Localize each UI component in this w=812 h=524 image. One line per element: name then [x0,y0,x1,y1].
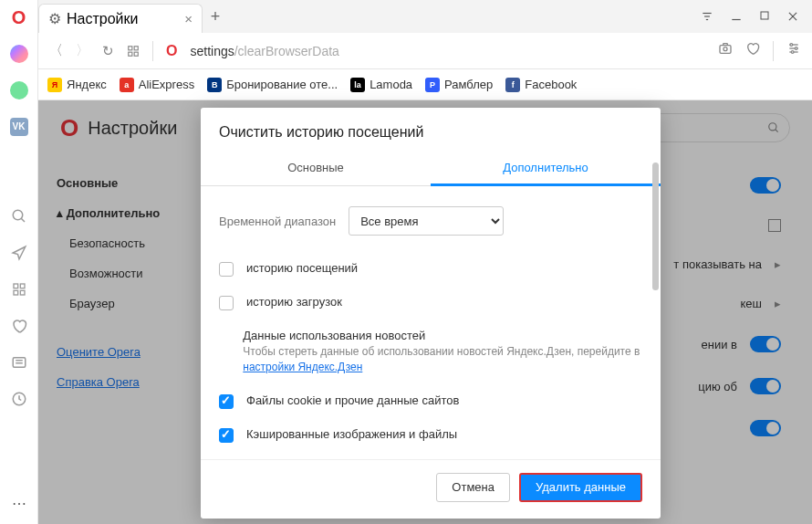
svg-line-1 [21,218,25,222]
rambler-icon: Р [425,78,440,92]
checkbox-cookies[interactable] [219,394,234,409]
heart-icon[interactable] [9,316,29,336]
tab-title: Настройки [67,11,138,27]
tab-advanced[interactable]: Дополнительно [431,152,661,186]
opera-url-icon: O [166,43,177,59]
lamoda-icon: la [350,78,365,92]
gear-icon: ⚙ [48,10,61,27]
dialog-title: Очистить историю посещений [201,108,661,152]
svg-rect-5 [20,290,25,295]
window-controls [701,10,812,23]
forward-icon[interactable]: 〉 [76,42,89,59]
label-news: Данные использования новостей [243,329,642,342]
bookmark-facebook[interactable]: fFacebook [505,78,577,92]
bookmark-yandex[interactable]: ЯЯндекс [47,78,107,92]
close-window-icon[interactable] [786,10,799,23]
dialog-body: Временной диапазон Все время историю пос… [201,186,661,459]
svg-rect-17 [129,46,132,49]
checkbox-downloads[interactable] [219,296,234,310]
label-cookies: Файлы cookie и прочие данные сайтов [246,393,459,407]
svg-point-28 [791,50,794,53]
svg-rect-3 [20,284,25,288]
svg-rect-18 [134,46,138,49]
facebook-icon: f [505,78,520,92]
bookmark-aliexpress[interactable]: aAliExpress [120,78,194,92]
maximize-icon[interactable] [759,10,770,23]
tab-close-icon[interactable]: × [184,11,193,26]
cancel-button[interactable]: Отмена [436,473,510,502]
dialog-footer: Отмена Удалить данные [201,459,661,519]
svg-rect-19 [129,52,132,56]
dialog-tabs: Основные Дополнительно [201,152,661,186]
reload-icon[interactable]: ↻ [102,43,114,59]
easy-setup-icon[interactable] [786,41,801,61]
back-icon[interactable]: 〈 [49,42,63,59]
search-icon[interactable] [9,206,29,226]
yandex-zen-link[interactable]: настройки Яндекс.Дзен [243,361,362,373]
vk-icon[interactable]: VK [9,117,29,137]
address-bar: 〈 〉 ↻ O settings/clearBrowserData [38,33,812,69]
checkbox-cache[interactable] [219,428,234,443]
svg-point-22 [724,47,727,50]
label-cache: Кэшированные изображения и файлы [246,427,457,441]
bookmark-booking[interactable]: BБронирование оте... [207,78,338,92]
label-news-sub: Чтобы стереть данные об использовании но… [243,344,642,375]
svg-rect-14 [761,12,768,19]
time-range-label: Временной диапазон [219,215,336,228]
minimize-icon[interactable] [730,10,743,23]
window-menu-icon[interactable] [701,10,713,23]
svg-point-26 [790,43,793,46]
yandex-icon: Я [47,78,62,92]
bookmark-rambler[interactable]: РРамблер [425,78,493,92]
svg-rect-20 [134,52,138,56]
send-icon[interactable] [9,243,29,263]
aliexpress-icon: a [120,78,134,92]
label-downloads: историю загрузок [246,295,342,309]
whatsapp-icon[interactable] [9,80,29,100]
clear-data-button[interactable]: Удалить данные [519,473,642,502]
checkbox-history[interactable] [219,262,234,277]
bookmark-lamoda[interactable]: laLamoda [350,78,412,92]
svg-rect-21 [720,45,731,53]
browser-tab[interactable]: ⚙ Настройки × [38,4,203,33]
apps-icon[interactable] [9,279,29,299]
clear-data-dialog: Очистить историю посещений Основные Допо… [201,108,661,519]
svg-point-27 [795,47,797,49]
svg-rect-4 [14,290,18,295]
history-icon[interactable] [9,389,29,409]
tab-basic[interactable]: Основные [201,152,431,185]
tab-bar: ⚙ Настройки × + [38,0,812,33]
snapshot-icon[interactable] [718,41,733,61]
svg-point-0 [13,210,23,220]
label-history: историю посещений [246,261,358,275]
svg-rect-2 [14,284,18,288]
url-text[interactable]: settings/clearBrowserData [190,44,338,58]
bookmarks-bar: ЯЯндекс aAliExpress BБронирование оте...… [38,69,812,100]
booking-icon: B [207,78,222,92]
more-icon[interactable]: ⋯ [9,493,29,513]
new-tab-button[interactable]: + [203,4,228,29]
messenger-icon[interactable] [9,44,29,64]
time-range-select[interactable]: Все время [349,206,504,236]
news-icon[interactable] [9,352,29,372]
opera-logo-icon[interactable]: O [9,7,29,27]
browser-left-rail: O VK ⋯ [0,0,38,524]
scrollbar-thumb[interactable] [652,162,659,290]
bookmark-heart-icon[interactable] [745,41,760,61]
speed-dial-icon[interactable] [127,45,140,58]
